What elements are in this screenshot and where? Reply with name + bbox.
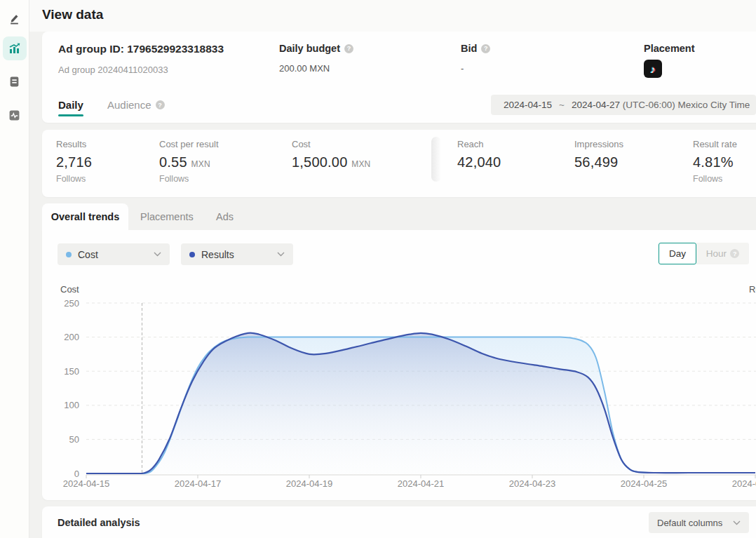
metric-result-rate: Result rate 4.81% Follows [693,139,737,184]
chevron-down-icon [277,252,285,257]
svg-text:2024-04-27: 2024-04-27 [732,478,756,489]
pulse-icon[interactable] [3,103,27,127]
results-legend-dot [189,252,195,257]
svg-text:100: 100 [64,400,79,410]
date-range-picker[interactable]: 2024-04-15 ~ 2024-04-27 (UTC-06:00) Mexi… [491,95,756,115]
bid-block: Bid? - [461,43,490,74]
active-tab-underline [58,114,83,116]
tab-placements[interactable]: Placements [140,203,194,230]
hour-toggle-button[interactable]: Hour? [696,243,749,264]
detailed-analysis-title: Detailed analysis [58,517,140,528]
svg-text:2024-04-21: 2024-04-21 [398,478,445,489]
svg-text:0: 0 [74,469,79,479]
help-icon[interactable]: ? [730,249,739,258]
svg-text:2024-04-15: 2024-04-15 [63,478,110,489]
detailed-analysis-card: Detailed analysis Default columns [42,506,756,538]
metric-reach: Reach 42,040 [457,139,501,183]
placement-block: Placement ♪ [644,43,695,78]
trend-chart-card: 050100150200250CostResults2024-04-152024… [42,230,756,500]
cost-metric-select[interactable]: Cost [58,243,170,265]
metric-impressions: Impressions 56,499 [574,139,623,183]
results-metric-select[interactable]: Results [181,243,293,265]
ad-group-info-card: Ad group ID: 1796529923318833 Ad group 2… [42,32,756,123]
edit-icon[interactable] [3,6,27,30]
metrics-summary-card: Results 2,716 Follows Cost per result 0.… [42,130,756,197]
left-sidebar [0,0,29,538]
date-start: 2024-04-15 [504,100,552,110]
day-toggle-button[interactable]: Day [659,243,696,264]
svg-text:2024-04-19: 2024-04-19 [286,478,333,489]
metric-cost-per-result: Cost per result 0.55 MXN Follows [159,139,219,184]
svg-text:150: 150 [64,366,79,377]
document-icon[interactable] [3,69,27,93]
tab-ads[interactable]: Ads [216,203,234,230]
ad-group-id-block: Ad group ID: 1796529923318833 Ad group 2… [58,43,224,75]
daily-budget-value: 200.00 MXN [279,63,353,74]
page-title: View data [42,7,103,22]
svg-text:250: 250 [64,298,79,309]
date-end-tz: 2024-04-27 (UTC-06:00) Mexico City Time [572,100,750,110]
daily-budget-label: Daily budget [279,43,340,54]
metric-results: Results 2,716 Follows [56,139,92,184]
ad-group-id: Ad group ID: 1796529923318833 [58,43,224,55]
placement-label: Placement [644,43,695,54]
tab-daily[interactable]: Daily [58,99,83,111]
top-bar: View data [29,0,756,32]
help-icon[interactable]: ? [344,44,353,53]
help-icon[interactable]: ? [481,44,490,53]
help-icon[interactable]: ? [156,100,165,109]
analytics-chart-icon[interactable] [3,36,27,60]
scroll-shadow [431,137,441,182]
chevron-down-icon [733,520,741,525]
cost-legend-dot [66,252,72,257]
metric-cost: Cost 1,500.00 MXN [292,139,371,183]
date-tilde: ~ [559,100,565,110]
svg-text:2024-04-25: 2024-04-25 [621,478,668,489]
chevron-down-icon [154,252,161,257]
bid-label: Bid [461,43,477,54]
default-columns-select[interactable]: Default columns [649,512,749,533]
tab-overall-trends[interactable]: Overall trends [42,203,128,230]
tiktok-icon: ♪ [644,60,662,78]
daily-budget-block: Daily budget? 200.00 MXN [279,43,353,74]
svg-text:2024-04-23: 2024-04-23 [509,478,556,489]
trend-chart-svg: 050100150200250CostResults2024-04-152024… [42,230,756,500]
granularity-toggle: Day Hour? [659,243,749,264]
svg-text:2024-04-17: 2024-04-17 [175,478,222,489]
tab-audience[interactable]: Audience ? [107,99,165,111]
svg-text:Cost: Cost [60,284,79,295]
svg-text:200: 200 [64,332,79,342]
svg-text:50: 50 [69,434,79,445]
ad-group-name: Ad group 20240411020033 [58,65,224,75]
svg-text:Results: Results [749,284,756,295]
bid-value: - [461,63,490,74]
